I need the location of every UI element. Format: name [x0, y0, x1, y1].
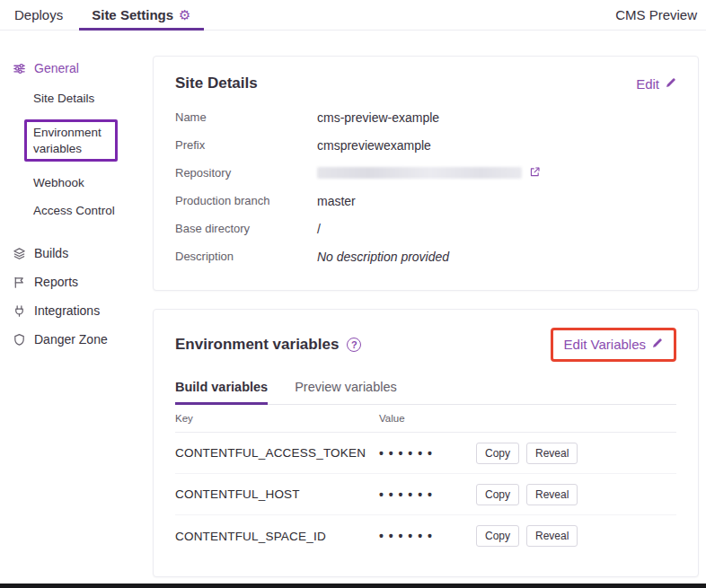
- variable-tabs: Build variables Preview variables: [175, 380, 676, 405]
- window-bottom-edge: [0, 584, 706, 588]
- sidebar-item-reports[interactable]: Reports: [13, 268, 153, 296]
- environment-variables-card: Environment variables ? Edit Variables B…: [153, 309, 699, 577]
- pencil-icon: [651, 337, 663, 352]
- edit-button[interactable]: Edit: [636, 76, 676, 92]
- field-row-repository: Repository: [175, 159, 676, 187]
- sidebar-item-integrations[interactable]: Integrations: [13, 296, 153, 325]
- reveal-button[interactable]: Reveal: [526, 484, 578, 505]
- pencil-icon: [665, 76, 676, 92]
- tab-site-settings[interactable]: Site Settings ⚙: [77, 0, 205, 30]
- tab-label: Build variables: [175, 380, 268, 394]
- column-header-key: Key: [175, 413, 379, 424]
- variable-key: CONTENTFUL_SPACE_ID: [175, 530, 379, 543]
- sidebar-item-danger-zone[interactable]: Danger Zone: [13, 325, 153, 354]
- reveal-button[interactable]: Reveal: [526, 443, 578, 464]
- sidebar-item-webhook[interactable]: Webhook: [33, 169, 153, 197]
- builds-icon: [13, 247, 26, 260]
- field-value: cms-preview-example: [317, 110, 439, 125]
- masked-value: • • • • • •: [379, 487, 476, 502]
- sidebar-item-general[interactable]: General: [13, 54, 153, 83]
- tab-deploys[interactable]: Deploys: [0, 0, 77, 30]
- external-link-icon[interactable]: [529, 166, 541, 180]
- field-label: Base directory: [175, 222, 317, 235]
- table-row: CONTENTFUL_ACCESS_TOKEN • • • • • • Copy…: [175, 433, 676, 474]
- field-row-name: Name cms-preview-example: [175, 103, 676, 131]
- danger-zone-icon: [13, 333, 26, 347]
- reports-icon: [13, 276, 26, 289]
- masked-value: • • • • • •: [379, 446, 476, 461]
- column-header-value: Value: [379, 413, 405, 424]
- tab-label: Preview variables: [295, 380, 397, 394]
- field-value: cmspreviewexample: [317, 138, 431, 153]
- edit-variables-button[interactable]: Edit Variables: [564, 337, 663, 352]
- reveal-button[interactable]: Reveal: [526, 525, 578, 547]
- tab-deploys-label: Deploys: [14, 7, 63, 22]
- tab-site-settings-label: Site Settings: [92, 7, 173, 22]
- field-value: No description provided: [317, 250, 449, 264]
- variable-key: CONTENTFUL_HOST: [175, 487, 379, 501]
- main-panel: Site Details Edit Name cms-preview-examp…: [153, 31, 706, 588]
- environment-variables-title: Environment variables: [175, 336, 339, 354]
- masked-value: • • • • • •: [379, 529, 476, 543]
- tab-preview-variables[interactable]: Preview variables: [295, 380, 397, 404]
- sidebar: General Site Details Environment variabl…: [0, 31, 153, 354]
- integrations-icon: [13, 304, 26, 318]
- field-value: [317, 166, 541, 180]
- edit-button-label: Edit: [636, 76, 659, 92]
- sidebar-item-label: Danger Zone: [34, 332, 108, 347]
- field-label: Prefix: [175, 138, 317, 152]
- environment-variables-annotation-box: Environment variables: [24, 119, 118, 162]
- sidebar-item-label: Integrations: [34, 303, 100, 318]
- sidebar-item-label: Reports: [34, 275, 78, 289]
- field-label: Repository: [175, 166, 317, 180]
- general-subsections: Site Details Environment variables Webho…: [13, 84, 153, 224]
- repository-redacted-value: [317, 167, 522, 179]
- sidebar-item-label: Access Control: [33, 204, 115, 217]
- copy-button[interactable]: Copy: [476, 443, 519, 464]
- sidebar-item-environment-variables[interactable]: Environment variables: [33, 112, 153, 169]
- variable-key: CONTENTFUL_ACCESS_TOKEN: [175, 446, 379, 460]
- variables-table: Key Value CONTENTFUL_ACCESS_TOKEN • • • …: [175, 405, 676, 557]
- page-content: General Site Details Environment variabl…: [0, 31, 706, 588]
- field-value: master: [317, 194, 356, 208]
- field-label: Name: [175, 110, 317, 124]
- field-row-production-branch: Production branch master: [175, 187, 676, 215]
- table-row: CONTENTFUL_SPACE_ID • • • • • • Copy Rev…: [175, 515, 676, 557]
- sidebar-item-access-control[interactable]: Access Control: [33, 197, 153, 224]
- edit-variables-label: Edit Variables: [564, 337, 646, 352]
- copy-button[interactable]: Copy: [476, 484, 519, 505]
- site-details-card: Site Details Edit Name cms-preview-examp…: [153, 56, 699, 291]
- sidebar-item-builds[interactable]: Builds: [13, 239, 153, 268]
- sidebar-item-label: General: [34, 61, 79, 75]
- copy-button[interactable]: Copy: [476, 525, 519, 547]
- general-icon: [13, 62, 26, 75]
- sidebar-item-label: Builds: [34, 246, 68, 260]
- site-details-title: Site Details: [175, 75, 258, 92]
- sidebar-item-label: Webhook: [33, 176, 84, 189]
- tab-build-variables[interactable]: Build variables: [175, 380, 268, 404]
- cms-preview-label: CMS Preview: [615, 7, 706, 22]
- field-row-prefix: Prefix cmspreviewexample: [175, 131, 676, 159]
- field-value: /: [317, 222, 321, 236]
- field-row-description: Description No description provided: [175, 242, 676, 270]
- field-label: Description: [175, 250, 317, 263]
- edit-variables-annotation-box: Edit Variables: [551, 328, 676, 362]
- sidebar-item-label: Site Details: [33, 92, 94, 105]
- field-row-base-directory: Base directory /: [175, 215, 676, 242]
- field-label: Production branch: [175, 194, 317, 207]
- help-icon[interactable]: ?: [347, 338, 361, 352]
- table-row: CONTENTFUL_HOST • • • • • • Copy Reveal: [175, 474, 676, 515]
- sidebar-item-site-details[interactable]: Site Details: [33, 84, 153, 112]
- gear-icon: ⚙: [179, 8, 190, 22]
- topbar: Deploys Site Settings ⚙ CMS Preview: [0, 0, 706, 31]
- table-header: Key Value: [175, 405, 676, 433]
